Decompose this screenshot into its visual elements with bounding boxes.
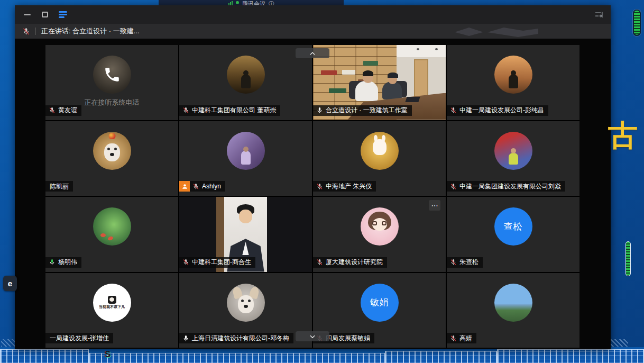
mic-muted-icon [450,259,457,266]
avatar [361,207,399,246]
wallpaper-gold-character: 古 [608,121,638,150]
participant-tile[interactable]: 中建科工集团有限公司 董萌崇 [179,45,312,120]
avatar [494,284,532,322]
name-label: 中海地产 朱兴仪 [313,181,376,192]
mic-muted-icon [192,183,199,190]
participant-tile[interactable]: Ashlyn [179,121,312,196]
battery-widget-small [625,241,631,276]
recording-dot-icon [236,1,239,4]
name-label: 一局建设发展-张增佳 [45,333,113,343]
avatar: 查松 [494,207,532,246]
avatar [93,207,131,246]
participant-name: 中建一局集团建设发展有限公司刘焱 [459,182,561,191]
wallpaper-building [497,349,644,363]
participant-tile[interactable]: 中建科工集团-商合生 [179,197,312,272]
name-label: 朱查松 [447,257,483,268]
avatar [93,56,131,94]
desktop: { "desktop": { "meeting_app_name": "腾讯会议… [0,0,644,363]
mic-muted-icon [450,107,457,114]
wallpaper-building [89,353,385,363]
participant-tile[interactable]: 中海地产 朱兴仪 [313,121,446,196]
participant-name: 合立道设计 · 一致建筑工作室 [326,106,408,115]
mic-muted-icon [182,107,189,114]
participant-name: 杨明伟 [58,258,77,267]
participant-name: 朱查松 [459,258,479,267]
mic-on-icon [316,107,323,114]
participant-tile[interactable]: 上海日清建筑设计有限公司-邓冬梅 [179,273,312,348]
mic-muted-icon [182,259,189,266]
avatar [494,132,532,170]
participant-tile[interactable]: 杨明伟 [45,197,178,272]
participant-name: 一局建设发展-张增佳 [50,334,109,343]
edge-launcher-icon[interactable]: e [3,276,17,291]
mic-muted-icon [316,259,323,266]
participant-grid: 正在接听系统电话 黄友谊 中建科工集团有限公司 董萌崇 [45,45,579,348]
name-label: 厦大建筑设计研究院 [313,257,387,268]
participant-name: 中建一局建设发展公司-彭纯昌 [459,106,544,115]
wallpaper-building [0,349,89,363]
avatar [93,132,131,170]
mic-muted-icon [22,28,30,35]
name-label: Ashlyn [179,181,225,192]
video-stage: 正在接听系统电话 黄友谊 中建科工集团有限公司 董萌崇 [15,39,611,349]
layout-view-button[interactable] [58,10,68,20]
meme-face [108,296,116,304]
wallpaper-building [385,351,497,363]
avatar [227,132,265,170]
avatar [494,56,532,94]
participant-name: 陈凯丽 [50,182,69,191]
mic-muted-icon [450,335,457,342]
gallery-layout-icon [59,11,67,18]
scroll-down-button[interactable] [296,331,329,341]
participant-tile[interactable]: 中建一局集团建设发展有限公司刘焱 [447,121,579,196]
participant-tile[interactable]: ⋯ 厦大建筑设计研究院 [313,197,446,272]
participant-tile[interactable]: 敏娟 四局发展蔡敏娟 [313,273,446,348]
participant-tile[interactable]: 查松 朱查松 [447,197,579,272]
participant-tile[interactable]: 正在接听系统电话 黄友谊 [45,45,178,120]
name-label: 合立道设计 · 一致建筑工作室 [313,105,412,116]
name-label: 中建科工集团有限公司 董萌崇 [179,105,280,116]
name-label: 黄友谊 [45,105,81,116]
scroll-up-button[interactable] [296,48,329,58]
meeting-float-bar: 腾讯会议 ⓘ [159,0,344,5]
participant-name: 上海日清建筑设计有限公司-邓冬梅 [192,334,289,343]
participant-name: 四局发展蔡敏娟 [326,334,370,343]
minimize-button[interactable] [22,10,32,20]
maximize-button[interactable] [40,10,50,20]
name-label: 杨明伟 [45,257,81,268]
mic-active-green-icon [49,259,56,266]
exit-fullscreen-button[interactable] [594,10,603,20]
avatar: 敏娟 [361,284,399,322]
wallpaper-logo-glyph: S [105,349,111,360]
participant-name: 中建科工集团-商合生 [192,258,251,267]
participant-tile[interactable]: 当初就不该下凡 一局建设发展-张增佳 [45,273,178,348]
mic-on-icon [182,335,189,342]
participant-tile-active-speaker[interactable]: 合立道设计 · 一致建筑工作室 [313,45,446,120]
mic-muted-icon [316,183,323,190]
avatar-initials: 查松 [504,221,523,233]
participant-tile[interactable]: 陈凯丽 [45,121,178,196]
speaking-now-text: 正在讲话: 合立道设计 · 一致建... [41,26,140,36]
participant-tile[interactable]: 中建一局建设发展公司-彭纯昌 [447,45,579,120]
name-label: 陈凯丽 [45,181,73,192]
name-label: 高婧 [447,333,476,343]
participant-name: 中建科工集团有限公司 董萌崇 [192,106,276,115]
participant-name: 高婧 [459,334,472,343]
participant-tile[interactable]: 高婧 [447,273,579,348]
more-options-button[interactable]: ⋯ [429,200,440,211]
minimize-icon [24,14,31,15]
avatar-meme-text: 当初就不该下凡 [99,304,125,310]
watermark [455,24,555,38]
chevron-down-icon [309,334,316,339]
participant-name: 厦大建筑设计研究院 [326,258,383,267]
divider [35,28,36,35]
mascot-decoration [373,139,387,155]
window-titlebar [15,5,611,24]
avatar [227,56,265,94]
active-speaker-bar: 正在讲话: 合立道设计 · 一致建... [15,24,611,39]
avatar-initials: 敏娟 [370,296,389,308]
name-label: 中建一局集团建设发展有限公司刘焱 [447,181,565,192]
participant-name: Ashlyn [202,183,221,190]
signal-icon [228,1,233,5]
exit-fullscreen-icon [594,10,603,20]
